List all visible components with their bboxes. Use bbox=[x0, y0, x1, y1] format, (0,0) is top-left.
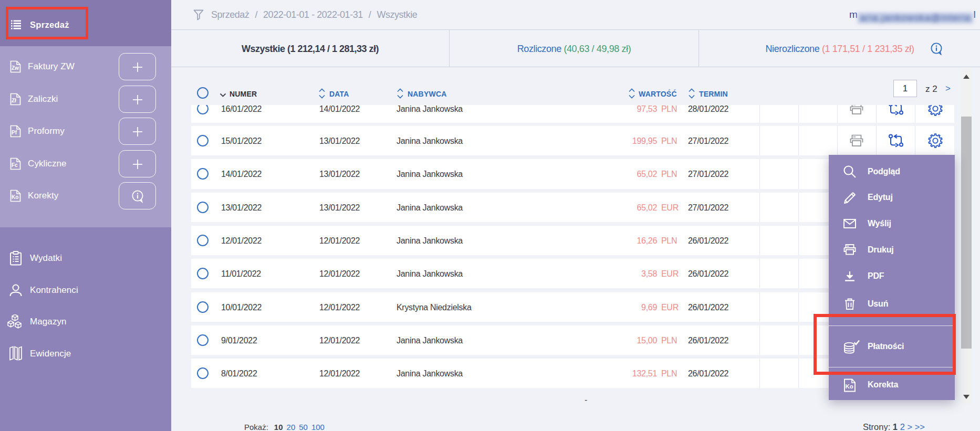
svg-text:Fc: Fc bbox=[12, 162, 18, 167]
svg-text:Ko: Ko bbox=[846, 383, 853, 390]
svg-text:Ko: Ko bbox=[12, 194, 18, 200]
svg-text:Zł: Zł bbox=[12, 97, 16, 103]
svg-text:Pf: Pf bbox=[12, 130, 17, 135]
svg-text:Zw: Zw bbox=[12, 65, 19, 71]
